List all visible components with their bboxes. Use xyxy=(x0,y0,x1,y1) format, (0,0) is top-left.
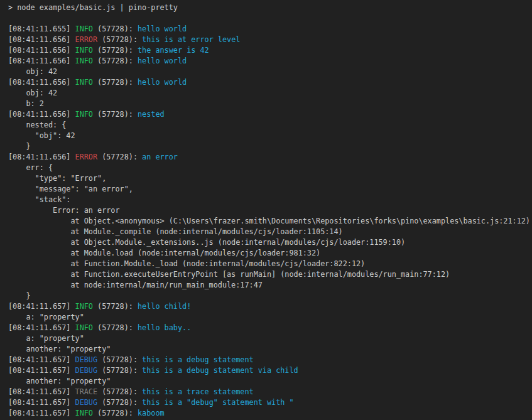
log-line: [08:41:11.656] ERROR (57728): an error xyxy=(8,152,532,163)
log-message: kaboom xyxy=(138,409,165,417)
log-text: at Object.<anonymous> (C:\Users\frazer.s… xyxy=(8,217,530,225)
log-line: a: "property" xyxy=(8,333,532,344)
log-line: } xyxy=(8,291,532,301)
log-line: "stack": xyxy=(8,195,532,205)
log-line: obj: 42 xyxy=(8,88,532,99)
log-message: this is a trace statement xyxy=(142,387,254,396)
log-text: at node:internal/main/run_main_module:17… xyxy=(8,281,263,289)
log-line: [08:41:11.656] INFO (57728): nested xyxy=(8,109,532,120)
log-level-label: INFO xyxy=(75,46,93,55)
log-message: this is at error level xyxy=(142,35,240,44)
log-level-label: INFO xyxy=(75,78,93,87)
log-line: at Function.executeUserEntryPoint [as ru… xyxy=(8,269,532,280)
log-text: [08:41:11.657] xyxy=(8,409,75,417)
log-text: [08:41:11.656] xyxy=(8,46,75,55)
log-level-label: DEBUG xyxy=(75,366,98,375)
log-text: "type": "Error", xyxy=(8,174,106,183)
log-text: (57728): xyxy=(97,398,142,407)
log-line: [08:41:11.655] INFO (57728): hello world xyxy=(8,24,532,35)
log-level-label: INFO xyxy=(75,57,93,65)
terminal-output[interactable]: > node examples/basic.js | pino-pretty [… xyxy=(0,0,532,420)
log-text: b: 2 xyxy=(8,99,44,108)
log-text: obj: 42 xyxy=(8,89,57,97)
log-text: (57728): xyxy=(93,302,138,311)
log-text: (57728): xyxy=(93,323,138,332)
log-level-label: INFO xyxy=(75,110,93,119)
log-text: (57728): xyxy=(97,366,142,375)
log-line: nested: { xyxy=(8,120,532,131)
log-line: at Object.<anonymous> (C:\Users\frazer.s… xyxy=(8,216,532,227)
log-message: hello world xyxy=(138,57,187,65)
log-text: (57728): xyxy=(97,153,142,161)
log-text: at Module.load (node:internal/modules/cj… xyxy=(8,249,320,257)
log-line: "obj": 42 xyxy=(8,131,532,141)
log-text: [08:41:11.656] xyxy=(8,78,75,87)
log-line: [08:41:11.656] ERROR (57728): this is at… xyxy=(8,35,532,45)
log-text: at Function.Module._load (node:internal/… xyxy=(8,259,365,268)
log-text: [08:41:11.656] xyxy=(8,35,75,44)
log-line: another: "property" xyxy=(8,344,532,355)
log-level-label: DEBUG xyxy=(75,398,98,407)
log-text: err: { xyxy=(8,163,53,172)
log-text: (57728): xyxy=(93,78,138,87)
log-level-label: INFO xyxy=(75,302,93,311)
log-line: [08:41:11.656] INFO (57728): hello world xyxy=(8,56,532,67)
log-text: (57728): xyxy=(93,46,138,55)
log-text: [08:41:11.656] xyxy=(8,110,75,119)
log-message: nested xyxy=(138,110,165,119)
log-level-label: TRACE xyxy=(75,387,98,396)
log-text: "stack": xyxy=(8,195,70,204)
log-line: at node:internal/main/run_main_module:17… xyxy=(8,280,532,291)
log-level-label: ERROR xyxy=(75,153,98,161)
log-line: at Object.Module._extensions..js (node:i… xyxy=(8,237,532,248)
log-text: at Function.executeUserEntryPoint [as ru… xyxy=(8,270,450,279)
log-text: [08:41:11.656] xyxy=(8,153,75,161)
log-level-label: INFO xyxy=(75,323,93,332)
log-line: [08:41:11.657] INFO (57728): hello child… xyxy=(8,301,532,312)
log-text: (57728): xyxy=(93,409,138,417)
log-line: b: 2 xyxy=(8,99,532,109)
log-message: hello child! xyxy=(138,302,191,311)
log-line: at Module.load (node:internal/modules/cj… xyxy=(8,248,532,259)
log-level-label: ERROR xyxy=(75,35,98,44)
log-text: Error: an error xyxy=(8,206,120,215)
log-line: "type": "Error", xyxy=(8,173,532,184)
log-line: "message": "an error", xyxy=(8,184,532,195)
log-line: err: { xyxy=(8,163,532,173)
log-text: (57728): xyxy=(97,35,142,44)
log-line: [08:41:11.657] INFO (57728): hello baby.… xyxy=(8,323,532,333)
log-level-label: DEBUG xyxy=(75,355,98,364)
log-message: hello world xyxy=(138,24,187,33)
log-line: [08:41:11.657] INFO (57728): kaboom xyxy=(8,408,532,419)
log-text: [08:41:11.657] xyxy=(8,387,75,396)
log-line xyxy=(8,13,532,24)
log-line: [08:41:11.657] TRACE (57728): this is a … xyxy=(8,387,532,397)
log-text: obj: 42 xyxy=(8,67,57,76)
log-message: hello baby.. xyxy=(138,323,191,332)
log-text: a: "property" xyxy=(8,313,84,321)
log-line: at Module._compile (node:internal/module… xyxy=(8,227,532,237)
command-line: > node examples/basic.js | pino-pretty xyxy=(8,3,532,13)
log-text: another: "property" xyxy=(8,377,111,385)
log-text: another: "property" xyxy=(8,345,111,353)
log-message: this is a debug statement xyxy=(142,355,254,364)
log-text: at Object.Module._extensions..js (node:i… xyxy=(8,238,405,247)
log-message: this is a debug statement via child xyxy=(142,366,298,375)
log-line: at Function.Module._load (node:internal/… xyxy=(8,259,532,269)
log-level-label: INFO xyxy=(75,24,93,33)
log-text: > node examples/basic.js | pino-pretty xyxy=(8,3,178,12)
log-line: Error: an error xyxy=(8,205,532,216)
log-text: (57728): xyxy=(93,57,138,65)
log-level-label: INFO xyxy=(75,409,93,417)
log-text: [08:41:11.657] xyxy=(8,302,75,311)
log-line: [08:41:11.656] INFO (57728): hello world xyxy=(8,77,532,88)
log-message: this is a "debug" statement with " xyxy=(142,398,293,407)
log-line: } xyxy=(8,141,532,152)
log-text: [08:41:11.657] xyxy=(8,398,75,407)
log-text: [08:41:11.655] xyxy=(8,24,75,33)
log-line: [08:41:11.657] DEBUG (57728): this is a … xyxy=(8,355,532,365)
log-text: at Module._compile (node:internal/module… xyxy=(8,227,343,236)
log-line: [08:41:11.657] DEBUG (57728): this is a … xyxy=(8,397,532,408)
log-line: a: "property" xyxy=(8,312,532,323)
log-text: } xyxy=(8,142,31,151)
